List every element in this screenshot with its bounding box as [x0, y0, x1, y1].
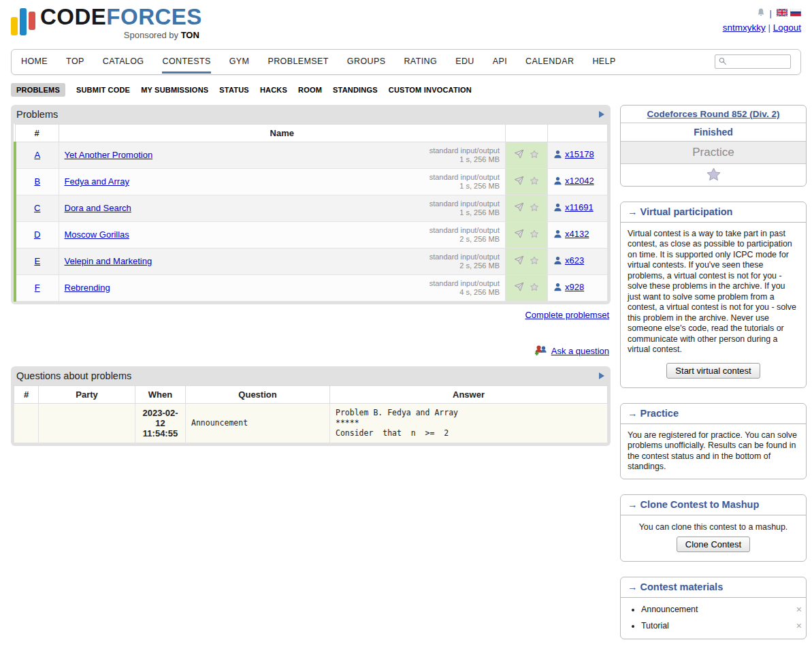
search-icon [718, 57, 727, 67]
close-icon[interactable]: × [796, 605, 802, 614]
subnav-item-standings[interactable]: STANDINGS [333, 83, 378, 97]
questions-section: Questions about problems # Party When Qu… [11, 366, 611, 446]
nav-item-rating[interactable]: RATING [404, 50, 437, 74]
practice-text: You are registered for practice. You can… [621, 424, 806, 479]
material-link[interactable]: Tutorial [641, 621, 669, 630]
contest-nav-list: PROBLEMSSUBMIT CODEMY SUBMISSIONSSTATUSH… [11, 83, 801, 97]
separator: | [768, 22, 770, 33]
nav-item-edu[interactable]: EDU [455, 50, 474, 74]
solved-count-link[interactable]: x11691 [553, 202, 594, 212]
complete-problemset-link[interactable]: Complete problemset [525, 310, 609, 320]
contest-title-link[interactable]: Codeforces Round 852 (Div. 2) [647, 109, 780, 119]
clone-contest-button[interactable]: Clone Contest [677, 537, 750, 552]
nav-item-api[interactable]: API [493, 50, 507, 74]
favorite-contest-star-icon[interactable] [705, 174, 722, 185]
problem-name-link[interactable]: Fedya and Array [65, 176, 129, 187]
page: CODEFORCES Sponsored by TON | sntmxykky … [0, 0, 812, 655]
problem-name-cell: Fedya and Arraystandard input/output1 s,… [59, 168, 506, 195]
material-link[interactable]: Announcement [641, 605, 698, 614]
problem-row-c: CDora and Searchstandard input/output1 s… [15, 195, 608, 221]
column-name: Name [59, 124, 506, 142]
problem-index-link[interactable]: E [34, 256, 40, 266]
solved-count-link[interactable]: x928 [553, 282, 584, 292]
favorite-star-icon[interactable] [529, 202, 540, 214]
problem-index-link[interactable]: C [34, 203, 40, 213]
problem-name-link[interactable]: Yet Another Promotion [65, 150, 153, 160]
bell-icon[interactable] [757, 7, 765, 19]
ask-question-link[interactable]: Ask a question [551, 346, 609, 356]
favorite-star-icon[interactable] [529, 229, 540, 241]
problems-section: Problems # Name AYet Another Promotionst… [11, 105, 611, 304]
problem-limits: standard input/output4 s, 256 MB [429, 279, 500, 297]
column-when: When [135, 385, 186, 403]
favorite-star-icon[interactable] [529, 282, 540, 294]
clone-mashup-title: → Clone Contest to Mashup [621, 495, 806, 515]
subnav-item-custom-invocation[interactable]: CUSTOM INVOCATION [389, 83, 472, 97]
nav-item-contests[interactable]: CONTESTS [162, 50, 210, 74]
close-icon[interactable]: × [796, 621, 802, 630]
problem-index-cell: D [15, 221, 59, 248]
solved-count-link[interactable]: x15178 [553, 149, 594, 159]
problem-index-link[interactable]: B [34, 176, 40, 187]
problem-name-link[interactable]: Moscow Gorillas [65, 229, 129, 240]
nav-item-home[interactable]: HOME [21, 50, 48, 74]
logout-link[interactable]: Logout [773, 22, 801, 33]
subnav-item-submit-code[interactable]: SUBMIT CODE [76, 83, 130, 97]
hack-plane-icon[interactable] [513, 149, 525, 161]
subnav-item-problems[interactable]: PROBLEMS [11, 83, 65, 97]
flag-ru-icon[interactable] [790, 8, 801, 18]
material-item-tutorial: Tutorial× [641, 621, 806, 630]
hack-plane-icon[interactable] [513, 202, 525, 214]
nav-item-gym[interactable]: GYM [229, 50, 250, 74]
solved-count-link[interactable]: x4132 [553, 229, 589, 239]
problem-name-link[interactable]: Rebrending [65, 283, 110, 293]
subnav-item-status[interactable]: STATUS [219, 83, 249, 97]
clone-mashup-box: → Clone Contest to Mashup You can clone … [620, 494, 807, 562]
nav-item-problemset[interactable]: PROBLEMSET [267, 50, 328, 74]
problem-solved-cell: x11691 [548, 195, 608, 221]
problem-actions-cell [506, 248, 548, 274]
flag-en-icon[interactable] [777, 8, 787, 18]
subnav-item-room[interactable]: ROOM [298, 83, 322, 97]
subnav-item-hacks[interactable]: HACKS [260, 83, 287, 97]
hack-plane-icon[interactable] [513, 229, 525, 241]
search-box[interactable] [715, 54, 791, 69]
problem-index-link[interactable]: A [34, 150, 40, 160]
nav-item-catalog[interactable]: CATALOG [103, 50, 144, 74]
codeforces-logo[interactable]: CODEFORCES Sponsored by TON [11, 5, 202, 40]
question-number-cell [14, 403, 39, 443]
problem-name-link[interactable]: Velepin and Marketing [65, 256, 152, 266]
problem-index-cell: B [15, 168, 59, 195]
clone-mashup-text: You can clone this contest to a mashup. [621, 515, 806, 536]
nav-item-groups[interactable]: GROUPS [347, 50, 386, 74]
problem-limits: standard input/output2 s, 256 MB [429, 253, 500, 270]
nav-item-help[interactable]: HELP [592, 50, 615, 74]
search-input[interactable] [729, 57, 787, 67]
subnav-item-my-submissions[interactable]: MY SUBMISSIONS [141, 83, 208, 97]
problem-index-link[interactable]: F [35, 283, 40, 293]
expand-arrow-icon[interactable] [599, 372, 604, 379]
problem-name-link[interactable]: Dora and Search [65, 203, 131, 213]
question-row: 2023-02-12 11:54:55AnnouncementProblem B… [14, 403, 608, 443]
problem-limits: standard input/output2 s, 256 MB [429, 226, 500, 244]
hack-plane-icon[interactable] [513, 282, 525, 294]
hack-plane-icon[interactable] [513, 176, 525, 188]
problem-solved-cell: x928 [548, 274, 608, 301]
nav-item-top[interactable]: TOP [66, 50, 84, 74]
problem-index-link[interactable]: D [34, 229, 40, 240]
sidebar: Codeforces Round 852 (Div. 2) Finished P… [620, 105, 807, 655]
practice-title: → Practice [621, 404, 806, 424]
main-nav-list: HOMETOPCATALOGCONTESTSGYMPROBLEMSETGROUP… [21, 50, 616, 74]
favorite-star-icon[interactable] [529, 149, 540, 161]
start-virtual-contest-button[interactable]: Start virtual contest [666, 363, 760, 379]
hack-plane-icon[interactable] [513, 255, 525, 268]
question-when-cell: 2023-02-12 11:54:55 [135, 403, 186, 443]
username-link[interactable]: sntmxykky [723, 22, 766, 33]
problem-index-cell: C [15, 195, 59, 221]
nav-item-calendar[interactable]: CALENDAR [525, 50, 574, 74]
favorite-star-icon[interactable] [529, 176, 540, 188]
solved-count-link[interactable]: x623 [553, 255, 584, 266]
solved-count-link[interactable]: x12042 [553, 176, 594, 186]
expand-arrow-icon[interactable] [599, 111, 604, 118]
favorite-star-icon[interactable] [529, 255, 540, 268]
